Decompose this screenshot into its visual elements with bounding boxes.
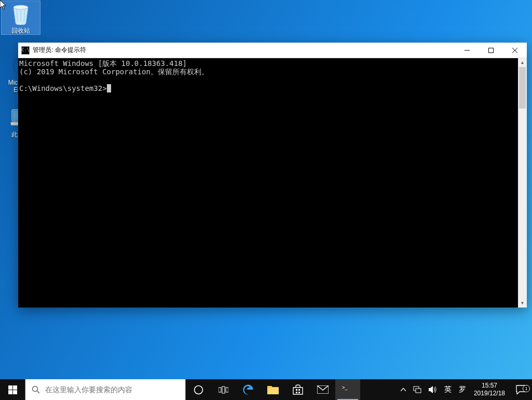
- tray-volume-button[interactable]: [425, 379, 441, 400]
- svg-point-12: [33, 386, 38, 392]
- taskbar-app-cmd[interactable]: >_: [335, 379, 360, 400]
- svg-rect-8: [8, 385, 12, 390]
- cmd-icon: >_: [342, 385, 353, 394]
- system-tray: 英 罗 15:57 2019/12/18 1: [397, 379, 532, 400]
- svg-rect-9: [13, 385, 17, 390]
- svg-rect-18: [267, 388, 279, 394]
- action-center-button[interactable]: 1: [509, 385, 532, 394]
- titlebar[interactable]: C:\ 管理员: 命令提示符: [18, 43, 527, 58]
- svg-rect-21: [296, 392, 297, 393]
- chevron-up-icon: [401, 388, 406, 391]
- close-button[interactable]: [503, 43, 527, 58]
- clock-time: 15:57: [474, 382, 505, 390]
- svg-rect-10: [8, 390, 12, 394]
- network-icon: [413, 386, 421, 393]
- notification-badge: 1: [523, 385, 530, 392]
- ime-mode-button[interactable]: 罗: [455, 379, 470, 400]
- svg-rect-19: [296, 389, 297, 391]
- vertical-scrollbar[interactable]: ▲ ▼: [518, 58, 527, 308]
- task-view-button[interactable]: [211, 379, 236, 400]
- windows-logo-icon: [8, 385, 17, 394]
- svg-rect-17: [226, 388, 228, 392]
- ime-language-button[interactable]: 英: [441, 379, 455, 400]
- volume-icon: [429, 386, 437, 393]
- minimize-button[interactable]: [455, 43, 479, 58]
- edge-icon: [242, 383, 254, 396]
- taskbar-app-mail[interactable]: [310, 379, 335, 400]
- svg-rect-16: [222, 386, 225, 393]
- svg-rect-25: [416, 389, 421, 393]
- tray-overflow-button[interactable]: [397, 379, 410, 400]
- search-box[interactable]: [25, 379, 186, 400]
- scroll-up-button[interactable]: ▲: [518, 58, 527, 67]
- task-view-icon: [219, 386, 228, 394]
- cmd-window: C:\ 管理员: 命令提示符 Microsoft Windows [版本 10.…: [18, 43, 527, 308]
- desktop-icon-label: 回收站: [2, 27, 40, 34]
- scroll-down-button[interactable]: ▼: [518, 299, 527, 308]
- scroll-thumb[interactable]: [519, 67, 526, 109]
- clock-button[interactable]: 15:57 2019/12/18: [470, 382, 509, 397]
- maximize-button[interactable]: [479, 43, 503, 58]
- mail-icon: [317, 385, 329, 394]
- taskbar-app-edge[interactable]: [236, 379, 261, 400]
- search-icon: [32, 385, 40, 394]
- start-button[interactable]: [0, 379, 25, 400]
- svg-rect-5: [489, 48, 494, 52]
- taskbar: >_ 英 罗 15:57 2019/12/18 1: [0, 379, 532, 400]
- cortana-icon: [194, 385, 203, 395]
- taskbar-app-explorer[interactable]: [261, 379, 285, 400]
- file-explorer-icon: [267, 385, 279, 394]
- svg-rect-11: [13, 390, 17, 394]
- recycle-bin-icon: [9, 2, 32, 25]
- clock-date: 2019/12/18: [474, 390, 505, 397]
- svg-rect-20: [298, 389, 300, 391]
- window-title: 管理员: 命令提示符: [33, 46, 86, 55]
- search-input[interactable]: [45, 385, 179, 394]
- terminal-output[interactable]: Microsoft Windows [版本 10.0.18363.418] (c…: [18, 58, 518, 308]
- cortana-button[interactable]: [186, 379, 211, 400]
- store-icon: [292, 384, 304, 395]
- terminal-cursor: [107, 84, 111, 92]
- svg-point-0: [13, 5, 28, 9]
- svg-rect-22: [298, 392, 300, 393]
- svg-point-14: [194, 385, 202, 394]
- cmd-icon: C:\: [21, 46, 30, 55]
- taskbar-app-store[interactable]: [285, 379, 310, 400]
- svg-line-13: [37, 391, 40, 394]
- mouse-cursor: [0, 0, 8, 10]
- tray-network-button[interactable]: [410, 379, 425, 400]
- svg-rect-15: [219, 388, 221, 392]
